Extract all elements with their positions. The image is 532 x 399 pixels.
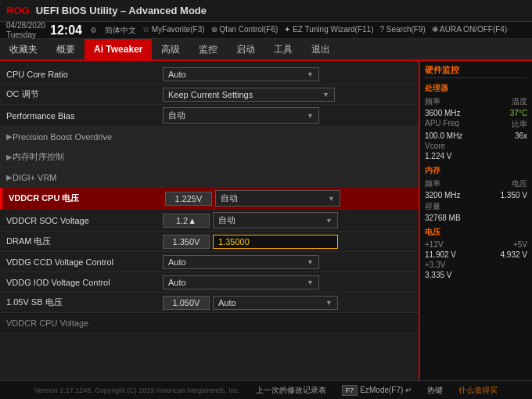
left-panel: CPU Core Ratio Auto ▼ OC 调节 Keep Current… (0, 61, 419, 380)
precision-boost-row[interactable]: Precision Boost Overdrive (0, 127, 419, 147)
v33-val: 3.335 V (425, 271, 451, 279)
mem-header: 频率 电压 (425, 178, 527, 189)
voltage-section-title: 电压 (425, 227, 527, 238)
mem-freq-label: 频率 (425, 178, 440, 189)
soc-sb-value-area: 1.050V Auto ▼ (163, 296, 412, 310)
vddcr-soc-value-area: 1.2▲ 自动 ▼ (163, 212, 412, 228)
nav-ai-tweaker[interactable]: Ai Tweaker (84, 39, 152, 59)
mem-cap-label-row: 容量 (425, 201, 527, 212)
cpu-core-ratio-label: CPU Core Ratio (6, 70, 163, 79)
vddcr-cpu-bottom-label: VDDCR CPU Voltage (6, 318, 163, 328)
v12-val: 11.902 V (425, 250, 456, 259)
vddg-iod-dropdown[interactable]: Auto ▼ (163, 275, 319, 289)
cpu-core-ratio-dropdown[interactable]: Auto ▼ (163, 67, 319, 81)
gear-icon[interactable]: ⚙ (90, 26, 97, 34)
vddcr-cpu-label: VDDCR CPU 电压 (9, 192, 165, 204)
vddcr-cpu-dropdown-value: 自动 (221, 192, 238, 204)
v5-label: +5V (513, 240, 527, 249)
mem-cap-label: 容量 (425, 201, 440, 212)
nav-monitor[interactable]: 监控 (189, 39, 227, 59)
lang-btn[interactable]: 简体中文 (105, 25, 136, 36)
myfavorite-btn[interactable]: ☆ MyFavorite(F3) (142, 25, 205, 36)
cpu-core-ratio-row: CPU Core Ratio Auto ▼ (0, 64, 419, 84)
time-display: 12:04 (50, 23, 82, 38)
mem-volt-val: 1.350 V (501, 191, 527, 200)
chevron-down-icon: ▼ (322, 91, 329, 99)
ez-tuning-btn[interactable]: ✦ EZ Tuning Wizard(F11) (284, 25, 373, 36)
vddcr-soc-label: VDDCR SOC Voltage (6, 216, 163, 225)
vddcr-soc-row: VDDCR SOC Voltage 1.2▲ 自动 ▼ (0, 210, 419, 232)
vddcr-cpu-dropdown[interactable]: 自动 ▼ (215, 190, 340, 207)
vddg-ccd-label: VDDG CCD Voltage Control (6, 257, 163, 267)
soc-sb-dropdown[interactable]: Auto ▼ (213, 296, 338, 310)
performance-bias-label: Performance Bias (6, 111, 163, 120)
chevron-down-icon: ▼ (325, 299, 332, 307)
precision-boost-label: Precision Boost Overdrive (13, 132, 169, 142)
oc-settings-label: OC 调节 (6, 88, 163, 100)
search-btn[interactable]: ? Search(F9) (380, 25, 426, 36)
hotkeys-btn[interactable]: 热键 (427, 385, 443, 396)
volt-values: 11.902 V 4.932 V (425, 250, 527, 259)
footer-version: Version 2.17.1246. Copyright (C) 2019 Am… (34, 386, 240, 394)
volt-header: +12V +5V (425, 240, 527, 249)
dram-voltage-badge: 1.350V (163, 235, 210, 249)
apu-ratio-val: 36x (515, 131, 527, 140)
vddg-iod-label: VDDG IOD Voltage Control (6, 278, 163, 287)
nav-exit[interactable]: 退出 (302, 39, 340, 59)
nav-boot[interactable]: 启动 (227, 39, 264, 59)
mem-timing-row[interactable]: 内存时序控制 (0, 147, 419, 167)
vddg-ccd-dropdown-value: Auto (168, 257, 186, 267)
dram-voltage-row: DRAM 电压 1.350V (0, 232, 419, 252)
cpu-core-ratio-dropdown-value: Auto (168, 70, 186, 79)
cpu-temp-val: 37°C (510, 109, 527, 117)
aura-btn[interactable]: ❋ AURA ON/OFF(F4) (432, 25, 507, 36)
date-display: 04/28/2020Tuesday (6, 21, 45, 40)
oc-settings-value: Keep Current Settings ▼ (163, 88, 412, 102)
qfan-btn[interactable]: ⊛ Qfan Control(F6) (211, 25, 279, 36)
vcore-label-row: Vcore (425, 142, 527, 150)
vcore-value-row: 1.224 V (425, 152, 527, 160)
performance-bias-dropdown[interactable]: 自动 ▼ (163, 107, 319, 124)
chevron-down-icon: ▼ (328, 195, 335, 203)
vddcr-soc-badge: 1.2▲ (163, 214, 210, 228)
header: ROG UEFI BIOS Utility – Advanced Mode (0, 0, 532, 22)
nav-advanced[interactable]: 高级 (152, 39, 189, 59)
prev-changes-btn[interactable]: 上一次的修改记录表 (256, 385, 326, 396)
ezmode-btn[interactable]: F7 EzMode(F7) ↵ (342, 385, 412, 396)
cpu-freq-val: 3600 MHz (425, 109, 461, 117)
digi-vrm-row[interactable]: DIGI+ VRM (0, 167, 419, 188)
apu-freq-label: APU Freq (425, 119, 459, 130)
mem-cap-value-row: 32768 MB (425, 214, 527, 222)
freq-label: 频率 (425, 96, 440, 107)
v33-value-row: 3.335 V (425, 271, 527, 279)
vddcr-soc-dropdown[interactable]: 自动 ▼ (213, 212, 338, 228)
vddcr-soc-dropdown-value: 自动 (218, 214, 235, 226)
mem-values: 3200 MHz 1.350 V (425, 191, 527, 200)
prev-changes-label: 上一次的修改记录表 (256, 385, 326, 396)
cpu-core-ratio-value: Auto ▼ (163, 67, 412, 81)
apu-freq-val: 100.0 MHz (425, 131, 462, 140)
mem-volt-label: 电压 (512, 178, 527, 189)
vddg-ccd-dropdown[interactable]: Auto ▼ (163, 255, 319, 269)
cpu-freq-value: 3600 MHz 37°C (425, 109, 527, 117)
vddcr-cpu-badge: 1.225V (165, 192, 212, 206)
rog-logo: ROG (6, 5, 30, 16)
performance-bias-row: Performance Bias 自动 ▼ (0, 105, 419, 127)
nav-favorites[interactable]: 收藏夹 (0, 39, 47, 59)
temp-label: 温度 (512, 96, 527, 107)
vcore-label: Vcore (425, 142, 445, 150)
processor-section-title: 处理器 (425, 83, 527, 94)
nav-tools[interactable]: 工具 (264, 39, 302, 59)
performance-bias-value: 自动 ▼ (163, 107, 412, 124)
dram-voltage-input[interactable] (213, 235, 338, 249)
v5-val: 4.932 V (501, 250, 527, 259)
oc-settings-dropdown[interactable]: Keep Current Settings ▼ (163, 88, 335, 102)
chevron-down-icon: ▼ (307, 279, 314, 286)
nav-summary[interactable]: 概要 (47, 39, 84, 59)
vddg-iod-value-area: Auto ▼ (163, 275, 412, 289)
soc-sb-dropdown-value: Auto (218, 298, 236, 307)
nav-menu: 收藏夹 概要 Ai Tweaker 高级 监控 启动 工具 退出 (0, 39, 532, 61)
vddg-ccd-row: VDDG CCD Voltage Control Auto ▼ (0, 252, 419, 272)
ezmode-label: EzMode(F7) (360, 386, 403, 394)
hardware-monitor-title: 硬件监控 (425, 64, 527, 78)
